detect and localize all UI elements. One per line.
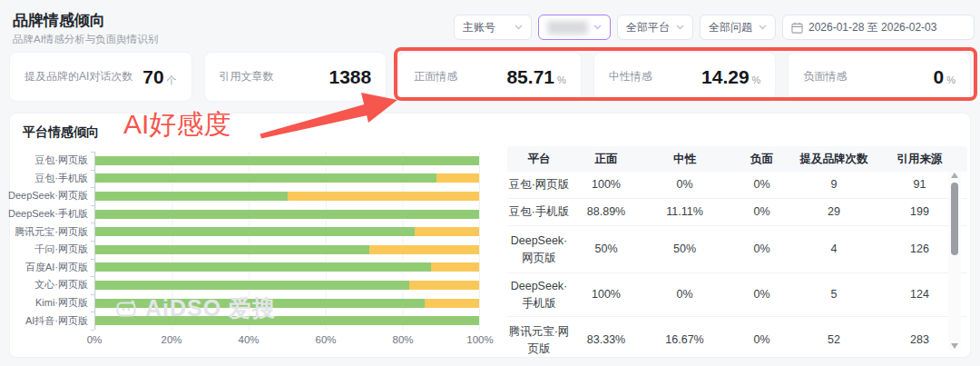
neutral-segment [415, 227, 479, 236]
page-subtitle: 品牌AI情感分析与负面舆情识别 [13, 33, 158, 46]
date-range-picker[interactable]: 2026-01-28 至 2026-02-03 [782, 15, 975, 40]
bar-track [95, 241, 479, 259]
scrollbar-thumb[interactable] [951, 183, 958, 255]
positive-segment [95, 245, 369, 254]
redacted-brand-value [547, 21, 588, 35]
stat-card-label: 提及品牌的AI对话次数 [24, 69, 132, 84]
x-tick-label: 0% [87, 334, 103, 345]
category-label: AI抖音·网页版 [10, 312, 94, 330]
positive-segment [95, 299, 425, 308]
neutral-segment [369, 245, 479, 254]
platform-sentiment-table: 平台正面中性负面提及品牌次数引用来源 豆包·网页版100%0%0%991豆包·手… [507, 146, 967, 355]
neutral-segment [409, 281, 479, 290]
table-cell: 0% [728, 273, 796, 316]
stat-card-value: 70个 [142, 66, 176, 88]
table-cell: 0% [728, 172, 796, 198]
neutral-segment [436, 173, 479, 183]
positive-segment [95, 316, 479, 325]
chevron-down-icon [514, 25, 523, 30]
bar-track [95, 223, 479, 241]
neutral-segment [425, 299, 479, 308]
stat-card-unit: 个 [167, 74, 177, 87]
question-select-value: 全部问题 [709, 20, 752, 35]
stat-card-value: 85.71% [506, 66, 565, 88]
category-label: 豆包·手机版 [10, 170, 94, 188]
positive-segment [95, 281, 409, 290]
x-tick-label: 40% [238, 334, 259, 345]
neutral-segment [288, 192, 480, 201]
category-label: 豆包·网页版 [10, 152, 94, 170]
panel-title: 平台情感倾向 [23, 124, 99, 141]
scroll-down-arrow-icon[interactable] [951, 343, 958, 349]
bar-track [95, 205, 479, 223]
x-tick-label: 80% [392, 334, 413, 345]
stacked-bar [95, 281, 479, 290]
column-header: 平台 [507, 152, 571, 167]
calendar-icon [791, 22, 803, 34]
x-tick-label: 20% [161, 334, 181, 345]
column-header: 正面 [571, 152, 642, 167]
x-axis-labels: 0%20%40%60%80%100% [94, 334, 480, 349]
platform-sentiment-panel: 平台情感倾向 豆包·网页版豆包·手机版DeepSeek·网页版DeepSeek·… [9, 113, 971, 358]
scroll-up-arrow-icon[interactable] [951, 173, 958, 178]
stat-card: 负面情感0% [788, 52, 971, 102]
stat-card-unit: % [752, 74, 761, 85]
table-row: 豆包·手机版88.89%11.11%0%29199 [507, 199, 967, 226]
x-tick-label: 100% [466, 334, 493, 345]
table-cell: 11.11% [642, 199, 728, 225]
stacked-bar [95, 173, 479, 183]
table-cell: 0% [642, 172, 728, 198]
table-row: DeepSeek·网页版50%50%0%4126 [507, 226, 967, 273]
table-cell: 9 [796, 172, 872, 198]
category-label: 文心·网页版 [10, 276, 94, 294]
table-row: 腾讯元宝·网页版83.33%16.67%0%52283 [507, 317, 967, 355]
stat-card-label: 引用文章数 [220, 69, 274, 84]
stacked-bar [95, 245, 479, 254]
platform-select[interactable]: 全部平台 [617, 15, 693, 40]
table-cell: 100% [571, 273, 642, 316]
bar-track [95, 152, 479, 170]
stat-card: 提及品牌的AI对话次数70个 [9, 52, 192, 102]
y-axis-labels: 豆包·网页版豆包·手机版DeepSeek·网页版DeepSeek·手机版腾讯元宝… [10, 152, 94, 330]
column-header: 引用来源 [872, 152, 967, 167]
platform-select-value: 全部平台 [626, 20, 670, 35]
positive-segment [95, 156, 479, 165]
table-cell: 5 [796, 273, 872, 316]
account-select[interactable]: 主账号 [454, 15, 532, 40]
stat-card: 正面情感85.71% [398, 52, 582, 102]
stat-card-value: 14.29% [701, 66, 760, 88]
table-cell: 腾讯元宝·网页版 [507, 317, 571, 355]
bar-track [95, 312, 479, 330]
date-range-value: 2026-01-28 至 2026-02-03 [808, 20, 936, 35]
table-scrollbar[interactable] [948, 170, 961, 351]
chevron-down-icon [593, 25, 602, 30]
positive-segment [95, 210, 479, 219]
positive-segment [95, 262, 431, 272]
positive-segment [95, 227, 415, 236]
stacked-bar [95, 210, 479, 219]
account-select-value: 主账号 [463, 20, 495, 35]
table-cell: 0% [728, 199, 796, 225]
bar-track [95, 170, 479, 188]
stat-card: 引用文章数1388 [204, 52, 387, 102]
positive-segment [95, 192, 288, 201]
brand-select[interactable] [538, 15, 611, 40]
table-body: 豆包·网页版100%0%0%991豆包·手机版88.89%11.11%0%291… [507, 172, 967, 355]
chevron-down-icon [759, 25, 767, 30]
bar-track [95, 294, 479, 312]
table-cell: 50% [571, 226, 642, 272]
category-label: DeepSeek·手机版 [10, 205, 94, 223]
question-select[interactable]: 全部问题 [700, 15, 776, 40]
stacked-bar [95, 316, 479, 325]
stacked-bar [95, 192, 479, 201]
page-title: 品牌情感倾向 [13, 10, 105, 31]
stat-card: 中性情感14.29% [593, 52, 777, 102]
stacked-bar [95, 262, 479, 272]
stat-card-unit: % [946, 74, 956, 85]
column-header: 提及品牌次数 [796, 152, 872, 167]
table-cell: 100% [571, 172, 642, 198]
column-header: 负面 [728, 152, 796, 167]
category-label: DeepSeek·网页版 [10, 187, 94, 205]
table-cell: 88.89% [571, 199, 642, 225]
table-header-row: 平台正面中性负面提及品牌次数引用来源 [507, 146, 967, 172]
